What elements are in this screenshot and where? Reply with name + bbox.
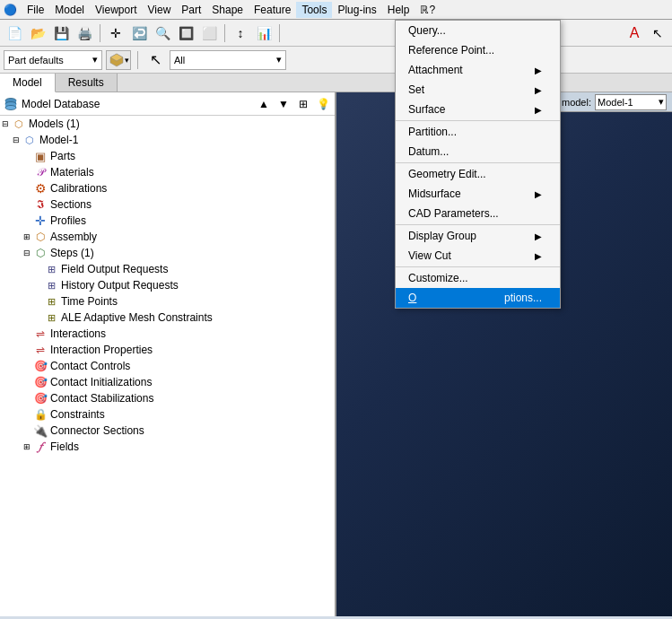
menu-item-query[interactable]: Query... — [396, 21, 560, 40]
menu-shape[interactable]: Shape — [206, 2, 249, 18]
print-btn[interactable]: 🖨️ — [74, 22, 95, 44]
sep1 — [100, 24, 100, 42]
chart-btn[interactable]: 📊 — [253, 22, 275, 44]
tree-item-materials[interactable]: ⊟ 𝒫 Materials — [0, 164, 335, 180]
tree-item-contact-init[interactable]: 🎯 Contact Initializations — [0, 374, 335, 390]
tree-item-assembly[interactable]: ⊞ ⬡ Assembly — [0, 229, 335, 245]
menu-item-midsurface[interactable]: Midsurface ▶ — [396, 184, 560, 204]
contact-controls-icon: 🎯 — [32, 359, 48, 373]
connector-sections-icon: 🔌 — [32, 423, 48, 438]
display-group-arrow: ▶ — [535, 231, 542, 241]
main-content: Model Database ▲ ▼ ⊞ 💡 ⊟ ⬡ Models (1) ⊟ … — [0, 92, 672, 616]
history-output-icon: ⊞ — [43, 278, 59, 292]
tab-results[interactable]: Results — [56, 74, 118, 92]
menu-model[interactable]: Model — [49, 2, 90, 18]
cube-svg — [109, 52, 125, 68]
fit-btn[interactable]: ⬜ — [198, 22, 220, 44]
model-select-dropdown[interactable]: Model-1 ▾ — [595, 94, 667, 110]
tree-item-profiles[interactable]: ✛ Profiles — [0, 213, 335, 229]
tree-item-contact-controls[interactable]: 🎯 Contact Controls — [0, 358, 335, 374]
cursor-icon[interactable]: ↖ — [647, 22, 668, 44]
tree-item-fields[interactable]: ⊞ 𝑓 Fields — [0, 439, 335, 455]
menu-part[interactable]: Part — [176, 2, 206, 18]
menu-item-cad-parameters[interactable]: CAD Parameters... — [396, 204, 560, 223]
menu-item-set[interactable]: Set ▶ — [396, 80, 560, 100]
tree-item-contact-stab[interactable]: 🎯 Contact Stabilizations — [0, 390, 335, 406]
cube-icon[interactable]: ▾ — [106, 50, 131, 70]
save-btn[interactable]: 💾 — [50, 22, 72, 44]
attachment-arrow: ▶ — [535, 65, 542, 75]
interactions-icon: ⇌ — [32, 327, 48, 341]
menu-item-customize[interactable]: Customize... — [396, 268, 560, 288]
dd-sep-2 — [396, 162, 560, 163]
menu-item-display-group[interactable]: Display Group ▶ — [396, 226, 560, 246]
field-output-icon: ⊞ — [43, 262, 59, 276]
tree-light-btn[interactable]: 💡 — [315, 96, 331, 112]
menu-item-surface[interactable]: Surface ▶ — [396, 100, 560, 119]
menu-item-attachment[interactable]: Attachment ▶ — [396, 60, 560, 80]
all-dropdown[interactable]: All ▾ — [170, 50, 286, 70]
tree-down-btn[interactable]: ▼ — [275, 96, 292, 112]
part-defaults-dropdown[interactable]: Part defaults ▾ — [4, 50, 102, 70]
sketch-icon[interactable]: A — [624, 22, 645, 44]
menu-item-reference-point[interactable]: Reference Point... — [396, 40, 560, 60]
rotate-btn[interactable]: ↩️ — [128, 22, 150, 44]
sections-icon: 𝕴 — [32, 197, 48, 212]
menu-bar: 🔵 File Model Viewport View Part Shape Fe… — [0, 0, 672, 20]
app-icon: 🔵 — [2, 2, 18, 18]
tree-item-model1[interactable]: ⊟ ⬡ Model-1 — [0, 132, 335, 148]
tree-item-interactions[interactable]: ⇌ Interactions — [0, 326, 335, 342]
tree-item-steps[interactable]: ⊟ ⬡ Steps (1) — [0, 245, 335, 261]
midsurface-arrow: ▶ — [535, 189, 542, 199]
tools-dropdown-menu: Query... Reference Point... Attachment ▶… — [395, 20, 561, 309]
menu-viewport[interactable]: Viewport — [90, 2, 142, 18]
tree-item-ale[interactable]: ⊞ ALE Adaptive Mesh Constraints — [0, 310, 335, 326]
menu-item-view-cut[interactable]: View Cut ▶ — [396, 246, 560, 266]
menu-help2[interactable]: ℝ? — [415, 2, 441, 18]
tab-model[interactable]: Model — [0, 74, 56, 92]
tree-item-parts[interactable]: ⊟ ▣ Parts — [0, 148, 335, 164]
toolbar-1: 📄 📂 💾 🖨️ ✛ ↩️ 🔍 🔲 ⬜ ↕️ 📊 A ↖ — [0, 20, 672, 47]
zoom-btn[interactable]: 🔍 — [152, 22, 173, 44]
menu-item-options[interactable]: Options... — [396, 288, 560, 308]
set-arrow: ▶ — [535, 85, 542, 95]
ale-icon: ⊞ — [43, 310, 59, 325]
steps-icon: ⬡ — [32, 246, 48, 260]
new-btn[interactable]: 📄 — [4, 22, 25, 44]
zoom-box-btn[interactable]: 🔲 — [175, 22, 196, 44]
menu-view[interactable]: View — [143, 2, 177, 18]
tree-item-calibrations[interactable]: ⚙ Calibrations — [0, 180, 335, 196]
tree-item-models[interactable]: ⊟ ⬡ Models (1) — [0, 116, 335, 132]
toolbar-2: Part defaults ▾ ▾ ↖ All ▾ — [0, 47, 672, 74]
tree-item-field-output[interactable]: ⊞ Field Output Requests — [0, 261, 335, 277]
assembly-icon: ⬡ — [32, 230, 48, 244]
time-points-icon: ⊞ — [43, 294, 59, 309]
tree-item-time-points[interactable]: ⊞ Time Points — [0, 293, 335, 310]
tree-filter-btn[interactable]: ⊞ — [295, 96, 311, 112]
menu-item-partition[interactable]: Partition... — [396, 122, 560, 142]
profiles-icon: ✛ — [32, 214, 48, 228]
menu-help[interactable]: Help — [382, 2, 415, 18]
tree-item-interaction-props[interactable]: ⇌ Interaction Properties — [0, 342, 335, 358]
open-btn[interactable]: 📂 — [27, 22, 48, 44]
tabs-row: Model Results — [0, 74, 672, 92]
menu-item-datum[interactable]: Datum... — [396, 142, 560, 161]
menu-file[interactable]: File — [22, 2, 49, 18]
tree-item-history-output[interactable]: ⊞ History Output Requests — [0, 277, 335, 293]
svg-point-6 — [5, 105, 16, 109]
menu-item-geometry-edit[interactable]: Geometry Edit... — [396, 164, 560, 184]
models-icon: ⬡ — [11, 117, 27, 131]
materials-icon: 𝒫 — [32, 165, 48, 179]
arrow-btn[interactable]: ↖ — [144, 49, 166, 71]
constraints-icon: 🔒 — [32, 407, 48, 422]
model1-icon: ⬡ — [22, 133, 38, 147]
menu-tools[interactable]: Tools — [296, 2, 332, 18]
tree-item-sections[interactable]: 𝕴 Sections — [0, 196, 335, 213]
tree-up-btn[interactable]: ▲ — [256, 96, 272, 112]
section-btn[interactable]: ↕️ — [230, 22, 251, 44]
tree-item-connector-sections[interactable]: 🔌 Connector Sections — [0, 423, 335, 439]
move-btn[interactable]: ✛ — [105, 22, 127, 44]
menu-feature[interactable]: Feature — [249, 2, 296, 18]
tree-item-constraints[interactable]: 🔒 Constraints — [0, 406, 335, 423]
menu-plugins[interactable]: Plug-ins — [332, 2, 381, 18]
